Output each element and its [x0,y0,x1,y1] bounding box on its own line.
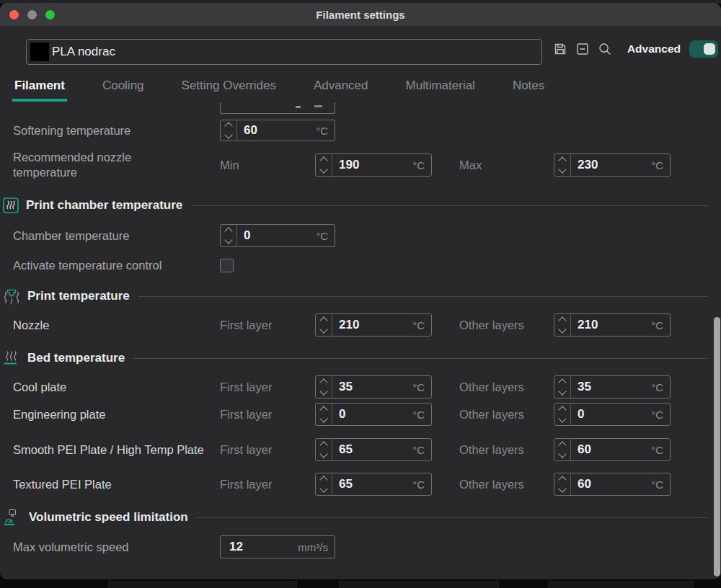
input-value: 12 [221,540,298,554]
spinner-buttons [554,314,571,336]
section-title: Volumetric speed limitation [29,510,188,525]
setting-row: Nozzle First layer 210 °C Other layers [13,313,708,337]
background-fragment [548,581,694,588]
engineering-plate-other-layers-input[interactable]: 0 °C [554,403,671,426]
preset-header: PLA nodrac Advanced [0,26,721,72]
nozzle-heat-icon [3,288,20,305]
spinner-up-button[interactable] [319,378,327,386]
search-icon[interactable] [598,42,612,56]
spinner-up-button[interactable] [224,122,232,130]
cutoff-input[interactable] [220,102,335,114]
spinner-up-button[interactable] [319,441,327,449]
spinner-down-button[interactable] [319,325,327,333]
input-unit: °C [651,319,670,331]
other-layers-label: Other layers [459,380,554,394]
spinner-buttons [554,473,571,495]
setting-row: Activate temperature control [13,256,708,275]
spinner-up-button[interactable] [558,316,566,324]
titlebar: Filament settings [0,3,721,26]
spinner-up-button[interactable] [224,227,232,235]
setting-row: Max volumetric speed 12 mm³/s [13,535,708,558]
input-value: 210 [332,318,412,332]
textured-pei-other-layers-input[interactable]: 60 °C [554,473,671,496]
input-value: 60 [571,477,651,491]
tab-filament[interactable]: Filament [12,72,67,102]
spinner-down-button[interactable] [558,325,566,333]
input-value: 35 [571,380,651,394]
spinner-up-button[interactable] [319,476,327,484]
cutoff-input-glyph [314,105,322,107]
input-unit: °C [412,478,431,491]
textured-pei-first-layer-input[interactable]: 65 °C [315,473,432,496]
input-unit: °C [651,159,670,172]
engineering-plate-first-layer-input[interactable]: 0 °C [315,403,432,426]
advanced-label: Advanced [627,43,681,55]
spinner-down-button[interactable] [319,387,327,395]
spinner-up-button[interactable] [319,406,327,414]
spinner-up-button[interactable] [558,476,566,484]
max-label: Max [459,159,554,172]
zoom-button[interactable] [45,10,55,19]
spinner-buttons [316,404,332,425]
tab-cooling[interactable]: Cooling [100,72,146,102]
tab-notes[interactable]: Notes [510,72,547,102]
section-divider [133,358,708,359]
advanced-toggle[interactable] [689,40,718,58]
spinner-down-button[interactable] [319,414,327,422]
spinner-buttons [316,473,332,495]
input-unit: °C [412,159,431,172]
chamber-temperature-input[interactable]: 0 °C [220,224,335,247]
spinner-up-button[interactable] [319,316,327,324]
nozzle-max-input[interactable]: 230 °C [554,153,671,177]
cool-plate-first-layer-input[interactable]: 35 °C [315,375,432,398]
nozzle-first-layer-input[interactable]: 210 °C [315,313,432,337]
spinner-down-button[interactable] [558,165,566,173]
spinner-up-button[interactable] [558,378,566,386]
spinner-down-button[interactable] [319,450,327,458]
spinner-down-button[interactable] [558,450,566,458]
setting-label: Engineering plate [13,407,220,422]
preset-name: PLA nodrac [52,45,115,59]
input-unit: °C [316,230,335,242]
setting-label: Textured PEI Plate [13,477,220,492]
spinner-up-button[interactable] [319,156,327,164]
spinner-buttons [316,154,332,176]
remove-preset-icon[interactable] [575,42,590,56]
minimize-button[interactable] [27,10,37,19]
nozzle-other-layers-input[interactable]: 210 °C [554,313,671,337]
preset-combobox[interactable]: PLA nodrac [26,39,542,65]
close-button[interactable] [9,10,19,19]
setting-row: Softening temperature 60 °C [13,120,708,141]
spinner-down-button[interactable] [319,484,327,492]
activate-temperature-control-checkbox[interactable] [220,259,234,272]
tab-multimaterial[interactable]: Multimaterial [404,72,477,102]
input-unit: °C [651,381,670,393]
smooth-pei-first-layer-input[interactable]: 65 °C [315,438,432,461]
save-icon[interactable] [553,42,567,56]
volumetric-speed-icon [3,508,22,527]
spinner-up-button[interactable] [558,406,566,414]
cool-plate-other-layers-input[interactable]: 35 °C [554,375,671,398]
softening-temperature-input[interactable]: 60 °C [220,120,335,141]
desktop-background-bottom [0,579,721,588]
background-fragment [339,581,499,588]
max-volumetric-speed-input[interactable]: 12 mm³/s [220,535,335,558]
nozzle-min-input[interactable]: 190 °C [315,153,432,177]
spinner-down-button[interactable] [224,236,232,244]
input-unit: °C [651,444,670,456]
scrollbar-thumb[interactable] [714,317,720,576]
spinner-down-button[interactable] [558,484,566,492]
spinner-down-button[interactable] [319,165,327,173]
spinner-up-button[interactable] [558,156,566,164]
filament-settings-window: Filament settings PLA nodrac [0,3,721,579]
tab-setting-overrides[interactable]: Setting Overrides [180,72,278,102]
spinner-up-button[interactable] [558,441,566,449]
other-layers-label: Other layers [459,408,554,422]
spinner-down-button[interactable] [558,414,566,422]
spinner-down-button[interactable] [558,387,566,395]
first-layer-label: First layer [220,478,315,491]
spinner-down-button[interactable] [224,130,232,138]
tab-advanced[interactable]: Advanced [311,72,371,102]
setting-row: Recommended nozzle temperature Min 190 °… [13,153,708,177]
smooth-pei-other-layers-input[interactable]: 60 °C [554,438,671,461]
